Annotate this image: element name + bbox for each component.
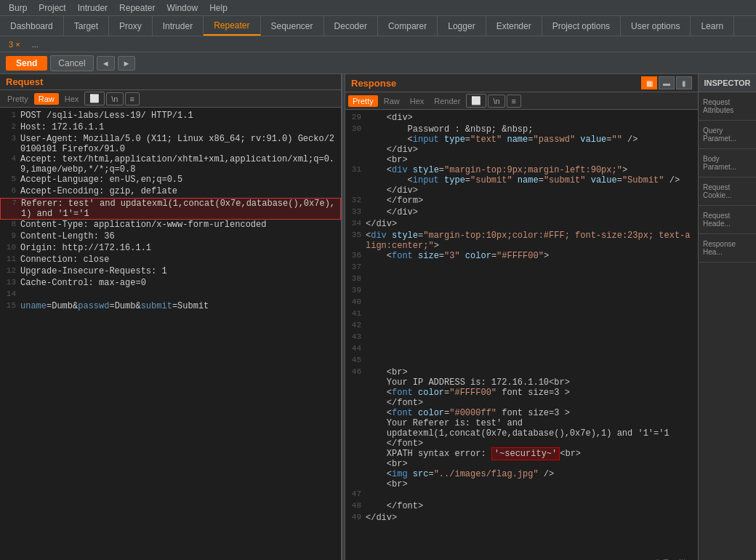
menu-help[interactable]: Help — [204, 1, 233, 15]
line-number: 14 — [0, 289, 20, 301]
line-content: Host: 172.16.1.1 — [20, 122, 341, 134]
response-line-38: 38 — [345, 274, 698, 286]
request-tab-ellipsis[interactable]: ... — [26, 39, 44, 49]
response-line-42: 42 — [345, 321, 698, 332]
res-fmt-pretty[interactable]: Pretty — [348, 95, 378, 107]
inspector-item-request-cookies[interactable]: Request Cookie... — [699, 177, 756, 206]
res-fmt-menu[interactable]: ≡ — [507, 95, 521, 108]
response-line-48: 48 </font> — [345, 501, 698, 513]
response-line-29: 29 <div> — [345, 113, 698, 124]
inspector-item-body-params[interactable]: Body Paramet... — [699, 149, 756, 177]
request-line-2: 2Host: 172.16.1.1 — [0, 122, 341, 134]
req-fmt-newline[interactable]: \n — [106, 92, 123, 105]
line-number: 46 — [345, 367, 366, 489]
request-line-14: 14 — [0, 289, 341, 301]
menu-project[interactable]: Project — [33, 1, 71, 15]
tab-intruder[interactable]: Intruder — [153, 16, 204, 36]
response-line-47: 47 — [345, 489, 698, 501]
tab-dashboard[interactable]: Dashboard — [0, 16, 64, 36]
view-toggle: ▦ ▬ ▮ — [641, 76, 692, 89]
line-content: Password : &nbsp; &nbsp; <input type="te… — [366, 124, 698, 165]
request-code-area[interactable]: 1POST /sqli-labs/Less-19/ HTTP/1.12Host:… — [0, 108, 341, 560]
line-content: </div> — [366, 219, 698, 231]
response-line-35: 35<div style="margin-top:10px;color:#FFF… — [345, 231, 698, 251]
menu-repeater[interactable]: Repeater — [113, 1, 161, 15]
view-split-btn[interactable]: ▦ — [641, 76, 657, 89]
response-line-36: 36 <font size="3" color="#FFFF00"> — [345, 251, 698, 263]
line-content: Accept: text/html,application/xhtml+xml,… — [20, 154, 341, 175]
line-content: Upgrade-Insecure-Requests: 1 — [20, 266, 341, 278]
line-number: 35 — [345, 231, 366, 251]
inspector-panel: INSPECTOR Request Attributes Query Param… — [698, 74, 756, 560]
line-number: 39 — [345, 286, 366, 297]
request-header: Request — [0, 74, 341, 90]
tab-sequencer[interactable]: Sequencer — [261, 16, 324, 36]
line-number: 45 — [345, 356, 366, 367]
res-fmt-newline[interactable]: \n — [488, 95, 504, 108]
line-number: 7 — [1, 199, 21, 219]
line-number: 11 — [0, 255, 20, 266]
line-number: 38 — [345, 274, 366, 286]
line-content: Origin: http://172.16.1.1 — [20, 243, 341, 255]
inspector-item-request-attributes[interactable]: Request Attributes — [699, 92, 756, 121]
tab-logger[interactable]: Logger — [438, 16, 486, 36]
line-content — [366, 286, 698, 297]
tab-user-options[interactable]: User options — [621, 16, 691, 36]
cancel-button[interactable]: Cancel — [50, 55, 93, 71]
view-vert-btn[interactable]: ▮ — [676, 76, 692, 89]
tab-decoder[interactable]: Decoder — [324, 16, 378, 36]
line-number: 48 — [345, 501, 366, 513]
menu-window[interactable]: Window — [161, 1, 204, 15]
req-fmt-raw[interactable]: Raw — [34, 93, 59, 105]
tab-project-options[interactable]: Project options — [542, 16, 621, 36]
line-content: Connection: close — [20, 255, 341, 266]
line-number: 43 — [345, 332, 366, 344]
response-line-41: 41 — [345, 309, 698, 321]
line-number: 29 — [345, 113, 366, 124]
inspector-item-response-headers[interactable]: Response Hea... — [699, 234, 756, 263]
request-line-13: 13Cache-Control: max-age=0 — [0, 278, 341, 289]
inspector-item-query-params[interactable]: Query Paramet... — [699, 121, 756, 149]
res-fmt-raw[interactable]: Raw — [379, 95, 404, 107]
request-line-1: 1POST /sqli-labs/Less-19/ HTTP/1.1 — [0, 111, 341, 122]
view-horiz-btn[interactable]: ▬ — [659, 76, 675, 89]
line-content: Content-Type: application/x-www-form-url… — [20, 220, 341, 231]
nav-fwd-button[interactable]: ► — [118, 56, 136, 71]
menu-intruder[interactable]: Intruder — [72, 1, 113, 15]
tab-learn[interactable]: Learn — [691, 16, 734, 36]
request-format-bar: Pretty Raw Hex ⬜ \n ≡ — [0, 90, 341, 108]
line-number: 47 — [345, 489, 366, 501]
req-fmt-hex[interactable]: Hex — [60, 93, 84, 105]
response-code-area[interactable]: 29 <div>30 Password : &nbsp; &nbsp; <inp… — [345, 110, 698, 560]
req-fmt-icon1[interactable]: ⬜ — [84, 92, 105, 105]
res-fmt-icon1[interactable]: ⬜ — [466, 94, 486, 108]
tab-comparer[interactable]: Comparer — [378, 16, 438, 36]
send-button[interactable]: Send — [6, 56, 47, 71]
response-line-43: 43 — [345, 332, 698, 344]
line-content — [366, 489, 698, 501]
line-content: User-Agent: Mozilla/5.0 (X11; Linux x86_… — [20, 134, 341, 154]
nav-back-button[interactable]: ◄ — [97, 56, 115, 71]
line-number: 1 — [0, 111, 20, 122]
request-tab-3[interactable]: 3 × — [3, 39, 26, 49]
line-content — [366, 321, 698, 332]
res-fmt-render[interactable]: Render — [430, 95, 465, 107]
line-content: Content-Length: 36 — [20, 231, 341, 243]
line-content: </form> — [366, 196, 698, 207]
line-number: 15 — [0, 301, 20, 313]
tab-extender[interactable]: Extender — [486, 16, 542, 36]
line-content — [366, 263, 698, 274]
tab-proxy[interactable]: Proxy — [109, 16, 153, 36]
response-line-30: 30 Password : &nbsp; &nbsp; <input type=… — [345, 124, 698, 165]
tab-repeater[interactable]: Repeater — [204, 16, 260, 36]
tab-target[interactable]: Target — [64, 16, 109, 36]
inspector-item-request-headers[interactable]: Request Heade... — [699, 206, 756, 234]
line-content — [366, 332, 698, 344]
req-fmt-pretty[interactable]: Pretty — [3, 93, 33, 105]
res-fmt-hex[interactable]: Hex — [406, 95, 429, 107]
line-number: 5 — [0, 175, 20, 186]
line-content: <div style="margin-top:9px;margin-left:9… — [366, 165, 698, 196]
menu-burp[interactable]: Burp — [3, 1, 33, 15]
request-line-3: 3User-Agent: Mozilla/5.0 (X11; Linux x86… — [0, 134, 341, 154]
req-fmt-menu[interactable]: ≡ — [125, 92, 140, 105]
